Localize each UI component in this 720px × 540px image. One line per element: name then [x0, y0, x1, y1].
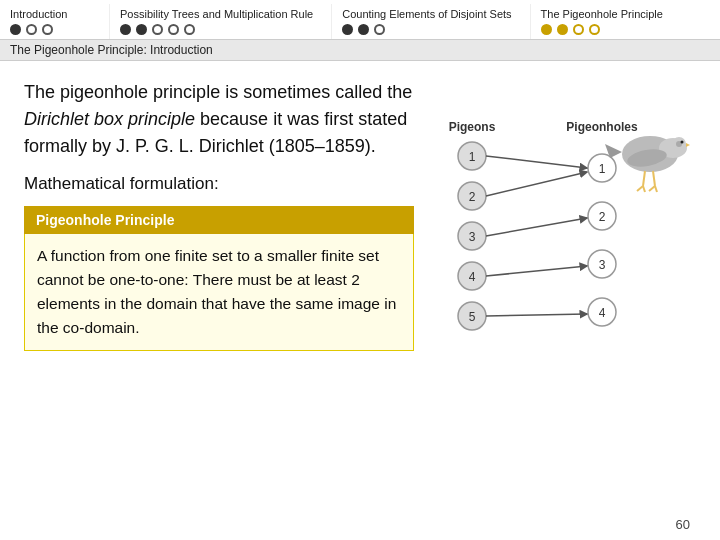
nav-section-possibility[interactable]: Possibility Trees and Multiplication Rul… [110, 4, 332, 39]
nav-dots-counting [342, 24, 385, 35]
svg-text:3: 3 [599, 258, 606, 272]
intro-text-1: The pigeonhole principle is sometimes ca… [24, 82, 412, 102]
svg-text:3: 3 [469, 230, 476, 244]
nav-label-pigeonhole: The Pigeonhole Principle [541, 8, 663, 20]
dot-5 [184, 24, 195, 35]
dot-3 [573, 24, 584, 35]
dot-4 [589, 24, 600, 35]
svg-line-10 [637, 186, 643, 191]
principle-body: A function from one finite set to a smal… [24, 234, 414, 351]
dot-2 [26, 24, 37, 35]
nav-dots-introduction [10, 24, 53, 35]
nav-section-introduction[interactable]: Introduction [0, 4, 110, 39]
dot-1 [342, 24, 353, 35]
nav-label-introduction: Introduction [10, 8, 67, 20]
nav-section-pigeonhole[interactable]: The Pigeonhole Principle [531, 4, 681, 39]
dot-3 [152, 24, 163, 35]
svg-line-37 [486, 266, 587, 276]
svg-line-34 [486, 156, 587, 168]
svg-line-13 [655, 186, 657, 192]
dot-4 [168, 24, 179, 35]
svg-line-12 [649, 186, 655, 191]
subtitle-bar: The Pigeonhole Principle: Introduction [0, 40, 720, 61]
svg-line-35 [486, 172, 587, 196]
svg-line-8 [643, 171, 645, 186]
intro-paragraph: The pigeonhole principle is sometimes ca… [24, 79, 454, 160]
nav-label-possibility: Possibility Trees and Multiplication Rul… [120, 8, 313, 20]
dot-3 [374, 24, 385, 35]
svg-marker-6 [605, 144, 622, 158]
top-nav: Introduction Possibility Trees and Multi… [0, 0, 720, 40]
dot-1 [120, 24, 131, 35]
svg-line-38 [486, 314, 587, 316]
dot-2 [557, 24, 568, 35]
principle-box: Pigeonhole Principle A function from one… [24, 206, 414, 351]
intro-text-italic: Dirichlet box principle [24, 109, 195, 129]
svg-text:4: 4 [599, 306, 606, 320]
dot-1 [541, 24, 552, 35]
svg-line-9 [653, 171, 655, 186]
dot-2 [358, 24, 369, 35]
dot-3 [42, 24, 53, 35]
principle-header: Pigeonhole Principle [24, 206, 414, 234]
svg-text:5: 5 [469, 310, 476, 324]
bird-image [595, 116, 690, 196]
main-content: The pigeonhole principle is sometimes ca… [0, 61, 720, 361]
nav-section-counting[interactable]: Counting Elements of Disjoint Sets [332, 4, 530, 39]
svg-text:2: 2 [599, 210, 606, 224]
nav-dots-pigeonhole [541, 24, 600, 35]
svg-text:4: 4 [469, 270, 476, 284]
svg-line-11 [643, 186, 645, 192]
svg-line-36 [486, 218, 587, 236]
nav-dots-possibility [120, 24, 195, 35]
dot-2 [136, 24, 147, 35]
svg-marker-5 [686, 143, 690, 147]
page-number: 60 [676, 517, 690, 532]
svg-text:Pigeons: Pigeons [449, 120, 496, 134]
svg-point-4 [681, 141, 684, 144]
subtitle-text: The Pigeonhole Principle: Introduction [10, 43, 213, 57]
svg-text:1: 1 [469, 150, 476, 164]
content-row: Pigeonhole Principle A function from one… [24, 206, 696, 351]
nav-label-counting: Counting Elements of Disjoint Sets [342, 8, 511, 20]
dot-1 [10, 24, 21, 35]
svg-text:2: 2 [469, 190, 476, 204]
